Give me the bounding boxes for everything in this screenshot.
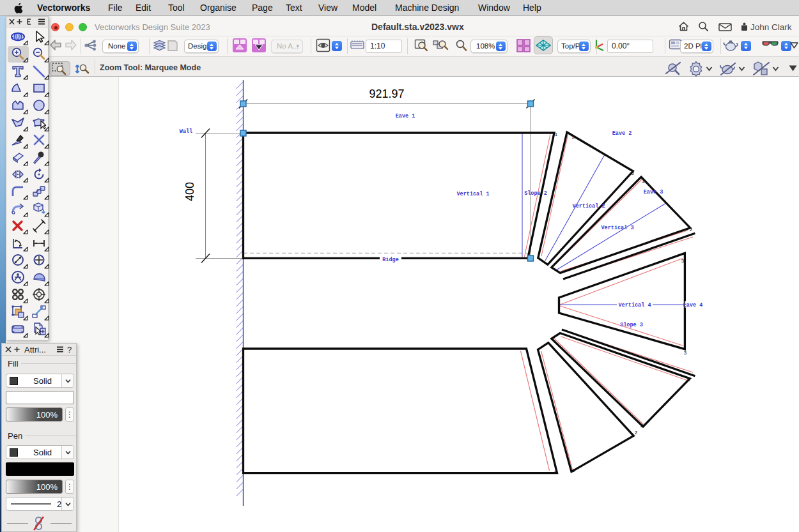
svg-text:?: ? bbox=[67, 345, 72, 354]
svg-text:Attri...: Attri... bbox=[24, 345, 46, 354]
svg-text:2: 2 bbox=[640, 423, 644, 429]
svg-text:3: 3 bbox=[684, 350, 687, 356]
svg-text:Vertical 1: Vertical 1 bbox=[456, 191, 489, 197]
svg-text:3: 3 bbox=[681, 258, 685, 264]
svg-text:1: 1 bbox=[572, 467, 575, 473]
svg-text:1: 1 bbox=[555, 132, 558, 137]
svg-text:921.97: 921.97 bbox=[369, 87, 404, 100]
svg-text:Slope 2: Slope 2 bbox=[524, 190, 547, 197]
svg-text:Vertical 4: Vertical 4 bbox=[618, 302, 651, 308]
svg-text:400: 400 bbox=[183, 182, 196, 201]
svg-text:Vertical 2: Vertical 2 bbox=[572, 203, 605, 209]
svg-text:Ridge: Ridge bbox=[382, 257, 399, 263]
svg-text:2: 2 bbox=[690, 227, 693, 232]
svg-text:1: 1 bbox=[554, 469, 557, 475]
svg-text:Eave 3: Eave 3 bbox=[644, 189, 663, 195]
svg-text:Wall: Wall bbox=[180, 128, 192, 135]
svg-text:Eave 1: Eave 1 bbox=[396, 113, 415, 119]
svg-text:2: 2 bbox=[642, 178, 646, 184]
svg-text:Vertical 3: Vertical 3 bbox=[601, 225, 633, 231]
svg-text:2: 2 bbox=[572, 134, 575, 140]
svg-text:Eave 4: Eave 4 bbox=[683, 302, 703, 308]
svg-text:2: 2 bbox=[635, 430, 638, 436]
svg-text:2: 2 bbox=[632, 171, 635, 176]
svg-text:Slope 3: Slope 3 bbox=[620, 322, 643, 328]
svg-text:Eave 2: Eave 2 bbox=[612, 130, 632, 137]
svg-text:3: 3 bbox=[687, 377, 690, 383]
